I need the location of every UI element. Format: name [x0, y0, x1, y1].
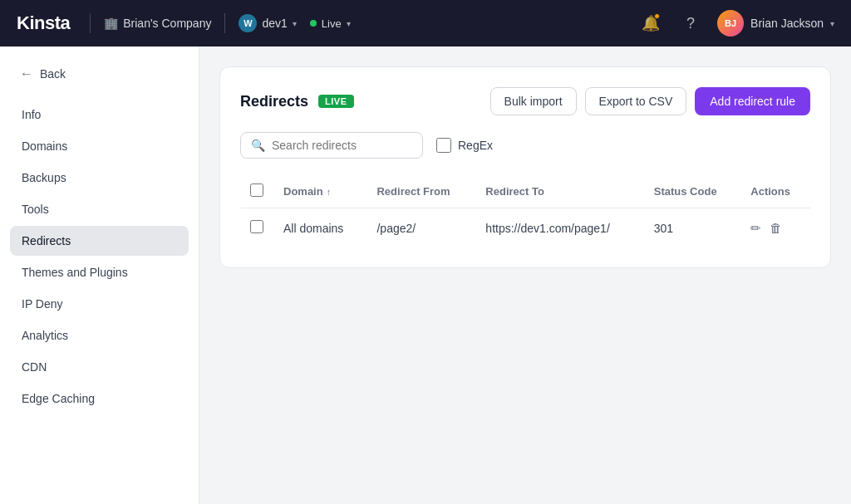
- sidebar: ← Back Info Domains Backups Tools Redire…: [0, 46, 199, 504]
- row-checkbox[interactable]: [250, 220, 263, 233]
- sidebar-item-domains-label: Domains: [22, 139, 67, 153]
- select-all-checkbox[interactable]: [250, 183, 263, 197]
- sidebar-item-ip-deny-label: IP Deny: [22, 297, 63, 311]
- th-status-code: Status Code: [644, 175, 741, 208]
- bulk-import-button[interactable]: Bulk import: [490, 87, 577, 115]
- th-redirect-from: Redirect From: [366, 175, 475, 208]
- search-input[interactable]: [272, 139, 412, 152]
- back-arrow-icon: ←: [20, 66, 33, 81]
- row-action-icons: ✏ 🗑: [750, 221, 800, 236]
- row-domain: All domains: [273, 208, 366, 248]
- card-title: Redirects: [240, 93, 308, 110]
- row-redirect-from: /page2/: [366, 208, 475, 248]
- th-actions: Actions: [740, 175, 810, 208]
- redirects-table: Domain ↑ Redirect From Redirect To Statu…: [240, 175, 810, 247]
- sidebar-item-ip-deny[interactable]: IP Deny: [10, 289, 189, 319]
- table-header-row: Domain ↑ Redirect From Redirect To Statu…: [240, 175, 810, 208]
- th-redirect-to-label: Redirect To: [485, 185, 544, 198]
- page-layout: ← Back Info Domains Backups Tools Redire…: [0, 46, 851, 504]
- sidebar-item-analytics[interactable]: Analytics: [10, 321, 189, 350]
- row-status-code: 301: [644, 208, 741, 248]
- notification-badge: [654, 13, 660, 19]
- wordpress-icon: W: [239, 14, 257, 32]
- th-domain: Domain ↑: [273, 175, 366, 208]
- sidebar-item-cdn[interactable]: CDN: [10, 352, 189, 382]
- search-icon: 🔍: [251, 139, 265, 152]
- row-actions-cell: ✏ 🗑: [740, 208, 810, 248]
- main-content: Redirects LIVE Bulk import Export to CSV…: [199, 46, 851, 504]
- sidebar-item-cdn-label: CDN: [22, 360, 47, 374]
- sidebar-item-info[interactable]: Info: [10, 100, 189, 130]
- back-button[interactable]: ← Back: [10, 60, 189, 88]
- sidebar-item-edge-caching[interactable]: Edge Caching: [10, 384, 189, 413]
- help-button[interactable]: ?: [677, 10, 704, 37]
- company-selector[interactable]: 🏢 Brian's Company: [104, 17, 211, 30]
- card-title-area: Redirects LIVE: [240, 93, 354, 110]
- regex-label-text: RegEx: [458, 139, 493, 152]
- user-name: Brian Jackson: [750, 17, 824, 30]
- site-name: dev1: [262, 17, 287, 30]
- top-navigation: Kinsta 🏢 Brian's Company W dev1 ▾ Live ▾…: [0, 0, 851, 46]
- th-status-code-label: Status Code: [654, 185, 717, 198]
- live-status-dot: [310, 20, 317, 27]
- redirects-card: Redirects LIVE Bulk import Export to CSV…: [219, 66, 831, 268]
- site-chevron-icon: ▾: [293, 19, 297, 28]
- sidebar-item-tools-label: Tools: [22, 203, 49, 216]
- user-chevron-icon: ▾: [830, 19, 834, 28]
- live-badge: LIVE: [318, 95, 353, 108]
- table-row: All domains /page2/ https://dev1.com/pag…: [240, 208, 810, 248]
- delete-icon[interactable]: 🗑: [770, 221, 782, 235]
- nav-divider: [90, 13, 91, 33]
- edit-icon[interactable]: ✏: [750, 221, 761, 236]
- th-redirect-from-label: Redirect From: [376, 185, 450, 198]
- environment-selector[interactable]: Live ▾: [310, 17, 351, 30]
- sidebar-item-analytics-label: Analytics: [22, 329, 68, 342]
- th-redirect-to: Redirect To: [475, 175, 643, 208]
- regex-checkbox[interactable]: [436, 138, 451, 153]
- select-all-header: [240, 175, 273, 208]
- sidebar-item-domains[interactable]: Domains: [10, 131, 189, 161]
- regex-toggle[interactable]: RegEx: [436, 138, 493, 153]
- env-chevron-icon: ▾: [347, 19, 351, 28]
- avatar-initials: BJ: [725, 18, 736, 28]
- th-actions-label: Actions: [750, 185, 790, 198]
- add-redirect-rule-button[interactable]: Add redirect rule: [695, 87, 810, 115]
- avatar: BJ: [717, 10, 744, 37]
- sidebar-item-redirects[interactable]: Redirects: [10, 226, 189, 256]
- row-redirect-to: https://dev1.com/page1/: [475, 208, 643, 248]
- th-domain-label: Domain: [283, 185, 323, 198]
- nav-divider-2: [224, 13, 225, 33]
- user-menu[interactable]: BJ Brian Jackson ▾: [717, 10, 834, 37]
- sidebar-item-redirects-label: Redirects: [22, 234, 71, 247]
- environment-name: Live: [322, 17, 342, 30]
- sidebar-item-themes-plugins-label: Themes and Plugins: [22, 266, 128, 279]
- sidebar-item-backups[interactable]: Backups: [10, 163, 189, 193]
- export-csv-button[interactable]: Export to CSV: [585, 87, 687, 115]
- search-row: 🔍 RegEx: [240, 132, 810, 159]
- kinsta-logo: Kinsta: [17, 12, 70, 34]
- sidebar-item-edge-caching-label: Edge Caching: [22, 392, 95, 405]
- sidebar-item-tools[interactable]: Tools: [10, 194, 189, 224]
- company-name: Brian's Company: [123, 17, 211, 30]
- building-icon: 🏢: [104, 17, 118, 30]
- sidebar-item-info-label: Info: [22, 108, 41, 121]
- notifications-button[interactable]: 🔔: [637, 10, 664, 37]
- card-header: Redirects LIVE Bulk import Export to CSV…: [240, 87, 810, 115]
- sidebar-item-themes-plugins[interactable]: Themes and Plugins: [10, 257, 189, 287]
- sidebar-item-backups-label: Backups: [22, 171, 66, 184]
- sort-icon[interactable]: ↑: [327, 187, 332, 197]
- row-select-cell: [240, 208, 273, 248]
- site-selector[interactable]: W dev1 ▾: [239, 14, 296, 32]
- back-label: Back: [40, 67, 66, 81]
- search-box[interactable]: 🔍: [240, 132, 423, 159]
- card-actions: Bulk import Export to CSV Add redirect r…: [490, 87, 810, 115]
